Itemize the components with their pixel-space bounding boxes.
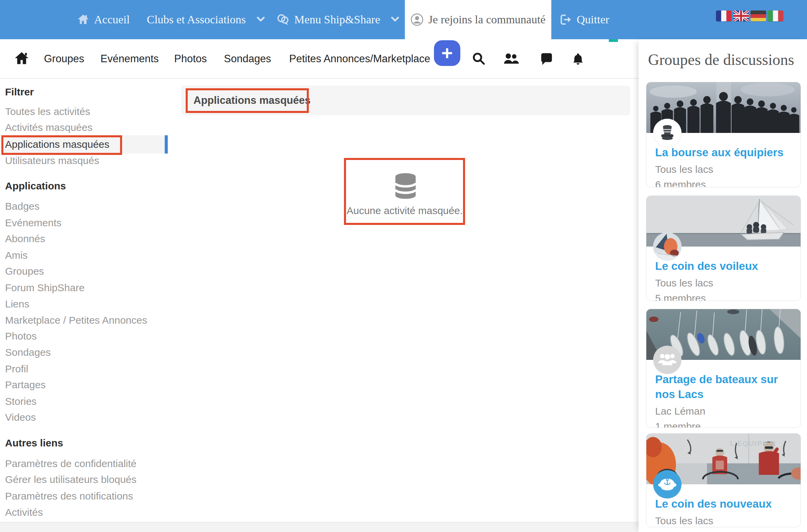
link-gerer-utilisateurs-bloques[interactable]: Gérer les utilisateurs bloqués [5, 472, 164, 488]
group-card-coin-des-voileux[interactable]: Le coin des voileux Tous les lacs 5 memb… [646, 195, 801, 301]
topbar-quit-label: Quitter [577, 13, 609, 26]
user-circle-icon [410, 13, 423, 26]
group-avatar-captain-hat-icon [653, 470, 681, 498]
group-location: Lac Léman [655, 404, 792, 418]
group-members-count: 5 membres [655, 291, 792, 301]
topbar-item-join-community[interactable]: Je rejoins la communauté [405, 0, 551, 39]
discussion-groups-panel: Groupes de discussions [638, 39, 807, 532]
plus-icon: + [441, 43, 453, 63]
search-icon[interactable] [472, 52, 486, 67]
chevron-down-icon [257, 16, 265, 23]
group-avatar-winch-icon [653, 119, 681, 147]
french-flag-icon[interactable] [716, 11, 732, 21]
home-icon [77, 14, 89, 25]
language-flags [716, 11, 783, 21]
group-link[interactable]: Partage de bateaux sur nos Lacs [655, 372, 792, 402]
app-item-photos[interactable]: Photos [5, 328, 164, 344]
app-item-abonnes[interactable]: Abonnés [5, 231, 164, 247]
chevron-down-icon [391, 16, 399, 23]
group-location: Tous les lacs [655, 514, 792, 527]
topbar-join-label: Je rejoins la communauté [428, 13, 545, 26]
group-card-partage-bateaux[interactable]: Partage de bateaux sur nos Lacs Lac Léma… [646, 309, 801, 428]
group-location: Tous les lacs [655, 276, 792, 290]
app-item-liens[interactable]: Liens [5, 296, 164, 312]
chat-bubbles-icon [277, 14, 289, 26]
active-filter-bar [165, 135, 168, 154]
topbar-item-accueil[interactable]: Accueil [77, 0, 130, 39]
top-navigation-bar: Accueil Clubs et Associations Menu Ship&… [0, 0, 807, 39]
applications-section-title: Applications [5, 180, 66, 192]
left-sidebar: Filtrer Toutes les activités Activités m… [0, 79, 176, 522]
group-link[interactable]: La bourse aux équipiers [655, 145, 792, 160]
topbar-item-menu-shipshare[interactable]: Menu Ship&Share [277, 0, 399, 39]
chat-icon[interactable] [540, 52, 553, 67]
app-item-groupes[interactable]: Groupes [5, 263, 164, 279]
group-link[interactable]: Le coin des nouveaux [655, 496, 792, 511]
filter-item-utilisateurs-masques[interactable]: Utilisateurs masqués [5, 153, 164, 169]
filter-item-toutes-les-activites[interactable]: Toutes les activités [5, 103, 164, 120]
app-item-evenements[interactable]: Evénements [5, 215, 164, 231]
group-card-bourse-equipiers[interactable]: La bourse aux équipiers Tous les lacs 6 … [646, 82, 801, 187]
topbar-item-quitter[interactable]: Quitter [560, 0, 609, 39]
nav-item-evenements[interactable]: Evénements [100, 39, 159, 78]
filter-section-title: Filtrer [5, 86, 34, 98]
discussion-groups-title: Groupes de discussions [648, 51, 794, 69]
app-item-partages[interactable]: Partages [5, 377, 164, 393]
nav-item-photos[interactable]: Photos [174, 39, 207, 78]
group-card-coin-des-nouveaux[interactable]: L'EQUIPIER [646, 433, 801, 527]
app-item-amis[interactable]: Amis [5, 247, 164, 264]
app-item-stories[interactable]: Stories [5, 393, 164, 410]
people-icon[interactable] [503, 52, 519, 67]
nav-item-groupes[interactable]: Groupes [44, 39, 84, 78]
annotation-box-sidebar [1, 135, 122, 155]
group-avatar-photo [653, 232, 681, 261]
group-location: Tous les lacs [655, 163, 792, 176]
italian-flag-icon[interactable] [768, 11, 783, 21]
group-link[interactable]: Le coin des voileux [655, 259, 792, 273]
logout-icon [560, 14, 572, 25]
group-members-count: 1 membre [655, 420, 792, 428]
bell-icon[interactable] [572, 52, 584, 68]
link-parametres-notifications[interactable]: Paramètres des notifications [5, 488, 164, 504]
empty-state-message: Aucune activité masquée. [344, 205, 465, 216]
app-item-forum-shipshare[interactable]: Forum ShipShare [5, 280, 164, 296]
database-icon [395, 172, 417, 201]
add-button[interactable]: + [434, 40, 460, 66]
app-item-videos[interactable]: Videos [5, 409, 164, 425]
german-flag-icon[interactable] [750, 11, 766, 21]
app-item-sondages[interactable]: Sondages [5, 344, 164, 361]
nav-item-sondages[interactable]: Sondages [224, 39, 271, 78]
link-parametres-confidentialite[interactable]: Paramètres de confidentialité [5, 456, 164, 472]
nav-item-petites-annonces[interactable]: Petites Annonces/Marketplace [289, 39, 430, 78]
other-links-section-title: Autres liens [5, 437, 63, 449]
topbar-item-clubs[interactable]: Clubs et Associations [147, 0, 265, 39]
link-activites[interactable]: Activités [5, 504, 164, 520]
app-item-marketplace[interactable]: Marketplace / Petites Annonces [5, 312, 164, 328]
app-item-badges[interactable]: Badges [5, 198, 164, 214]
secondary-navigation-bar: Groupes Evénements Photos Sondages Petit… [0, 39, 638, 79]
annotation-box-header [186, 88, 309, 113]
divider [0, 522, 638, 522]
topbar-menu-label: Menu Ship&Share [294, 13, 380, 26]
group-members-count: 6 membres [655, 178, 792, 187]
page: Accueil Clubs et Associations Menu Ship&… [0, 0, 807, 532]
group-avatar-members-icon [653, 346, 681, 374]
teal-indicator [609, 39, 618, 42]
uk-flag-icon[interactable] [733, 11, 749, 21]
home-icon[interactable] [14, 52, 29, 67]
topbar-clubs-label: Clubs et Associations [147, 13, 246, 26]
filter-item-activites-masquees[interactable]: Activités masquées [5, 119, 164, 136]
topbar-accueil-label: Accueil [94, 13, 130, 26]
app-item-profil[interactable]: Profil [5, 361, 164, 377]
